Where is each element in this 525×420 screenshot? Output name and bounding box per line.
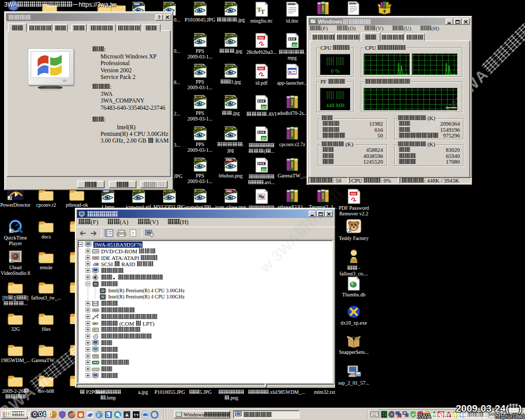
svg-text:?: ? <box>131 230 134 236</box>
svg-text:TY: TY <box>134 413 139 417</box>
